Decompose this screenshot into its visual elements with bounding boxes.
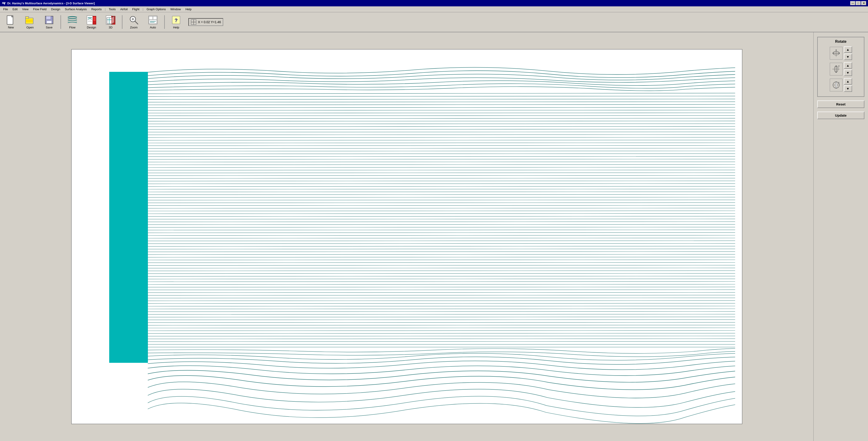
svg-rect-25 [153, 16, 157, 20]
menu-bar: File Edit View Flow Field Design Surface… [0, 6, 868, 12]
maximize-button[interactable]: □ [856, 1, 861, 5]
toolbar-sep-1 [61, 15, 61, 29]
minimize-button[interactable]: — [850, 1, 855, 5]
flow-label: Flow [69, 26, 75, 29]
coord-display: X = 0.02 Y=1.46 [188, 18, 223, 26]
y-axis-icon: y [830, 63, 842, 75]
y-rotate-arrows: ▲ ▼ [844, 62, 852, 76]
design-label: Design [87, 26, 96, 29]
viewer-window[interactable] [71, 49, 742, 424]
z-rotate-arrows: ▲ ▼ [844, 78, 852, 92]
flow-icon [67, 15, 78, 25]
3d-icon [105, 15, 116, 25]
design-icon [87, 15, 96, 25]
z-rotate-down-button[interactable]: ▼ [844, 86, 852, 92]
open-icon [25, 15, 35, 25]
surface-viewer-svg [72, 49, 742, 424]
svg-text:z: z [838, 81, 840, 84]
save-icon [44, 15, 54, 25]
menu-airfoil[interactable]: Airfoil [118, 7, 130, 11]
menu-window[interactable]: Window [168, 7, 183, 11]
x-rotate-arrows: ▲ ▼ [844, 46, 852, 60]
x-rotate-down-button[interactable]: ▼ [844, 54, 852, 60]
canvas-area [0, 32, 813, 441]
z-rotate-up-button[interactable]: ▲ [844, 78, 852, 84]
close-button[interactable]: ✕ [861, 1, 866, 5]
title-bar: 🛩 Dr. Hanley's Multisurface Aerodynamics… [0, 0, 868, 6]
3d-button[interactable]: 3D [101, 13, 120, 31]
save-label: Save [46, 26, 53, 29]
menu-file[interactable]: File [1, 7, 10, 11]
menu-sep-1: | [104, 7, 106, 11]
svg-text:?: ? [175, 18, 178, 23]
auto-icon [148, 15, 158, 25]
svg-point-50 [835, 82, 837, 88]
svg-rect-14 [93, 20, 96, 21]
help-icon: ? [171, 15, 181, 25]
toolbar: New Open Save [0, 12, 868, 32]
new-button[interactable]: New [2, 13, 20, 31]
x-rotate-control: x ▲ ▼ [820, 46, 862, 60]
menu-surface-analysis[interactable]: Surface Analysis [63, 7, 89, 11]
main-content: Rotate x ▲ ▼ [0, 32, 868, 441]
help-label: Help [173, 26, 179, 29]
coord-text: X = 0.02 Y=1.46 [198, 20, 221, 24]
svg-rect-4 [26, 19, 33, 23]
reset-button[interactable]: Reset [817, 100, 864, 108]
menu-view[interactable]: View [20, 7, 31, 11]
auto-label: Auto [150, 26, 156, 29]
open-label: Open [26, 26, 34, 29]
toolbar-sep-2 [122, 15, 122, 29]
zoom-label: Zoom [130, 26, 137, 29]
menu-sep-2: | [142, 7, 144, 11]
zoom-button[interactable]: Zoom [125, 13, 143, 31]
flow-button[interactable]: Flow [63, 13, 82, 31]
rotate-title: Rotate [820, 39, 862, 44]
x-axis-icon: x [830, 47, 842, 60]
svg-rect-26 [149, 20, 157, 24]
rotate-section: Rotate x ▲ ▼ [817, 37, 864, 97]
y-rotate-control: y ▲ ▼ [820, 62, 862, 76]
open-button[interactable]: Open [21, 13, 39, 31]
z-axis-icon: z [830, 79, 842, 91]
menu-flow-field[interactable]: Flow Field [31, 7, 49, 11]
menu-tools[interactable]: Tools [106, 7, 118, 11]
y-rotate-up-button[interactable]: ▲ [844, 62, 852, 69]
svg-line-20 [135, 21, 138, 24]
save-button[interactable]: Save [40, 13, 58, 31]
app-icon: 🛩 [2, 1, 5, 5]
svg-rect-3 [26, 16, 29, 19]
coord-icon [191, 19, 196, 25]
menu-help[interactable]: Help [183, 7, 194, 11]
svg-rect-7 [46, 21, 52, 24]
update-button[interactable]: Update [817, 112, 864, 119]
menu-design[interactable]: Design [49, 7, 63, 11]
new-label: New [8, 26, 14, 29]
menu-reports[interactable]: Reports [89, 7, 104, 11]
design-button[interactable]: Design [82, 13, 100, 31]
svg-rect-8 [87, 16, 93, 24]
new-icon [6, 15, 16, 25]
menu-graph-options[interactable]: Graph Options [144, 7, 168, 11]
title-bar-controls: — □ ✕ [850, 1, 866, 5]
toolbar-sep-3 [164, 15, 165, 29]
zoom-icon [129, 15, 139, 25]
right-panel: Rotate x ▲ ▼ [813, 32, 868, 441]
z-rotate-control: z ▲ ▼ [820, 78, 862, 92]
svg-rect-13 [93, 19, 96, 19]
help-button[interactable]: ? Help [167, 13, 185, 31]
y-rotate-down-button[interactable]: ▼ [844, 70, 852, 76]
svg-text:y: y [838, 64, 840, 68]
auto-button[interactable]: Auto [144, 13, 162, 31]
menu-edit[interactable]: Edit [10, 7, 20, 11]
svg-rect-6 [46, 16, 51, 19]
svg-rect-12 [93, 17, 96, 18]
3d-label: 3D [109, 26, 113, 29]
title-text: Dr. Hanley's Multisurface Aerodynamics -… [7, 2, 95, 5]
svg-rect-24 [149, 16, 153, 20]
menu-flight[interactable]: Flight [130, 7, 142, 11]
x-rotate-up-button[interactable]: ▲ [844, 46, 852, 53]
